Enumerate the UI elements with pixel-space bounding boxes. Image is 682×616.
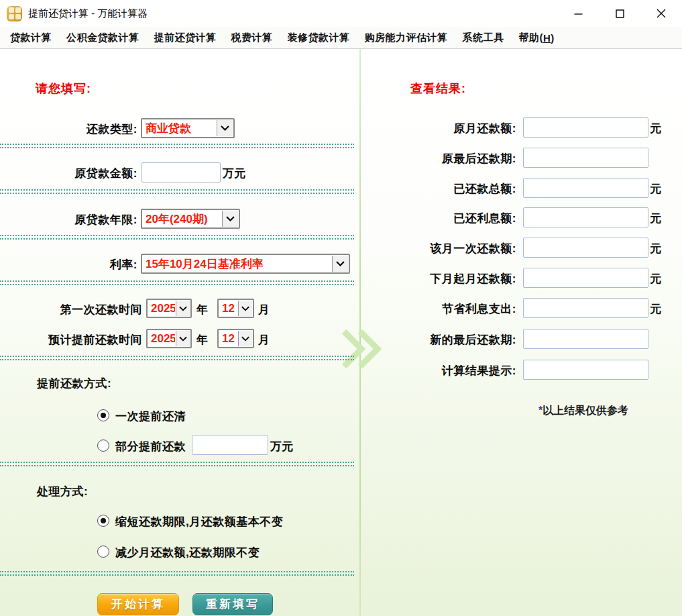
result-label: 已还款总额: bbox=[372, 181, 516, 197]
prepay-year-value: 2025 bbox=[148, 330, 175, 347]
titlebar: 提前还贷计算 - 万能计算器 bbox=[0, 0, 682, 27]
radio-full-prepay[interactable] bbox=[97, 409, 109, 421]
orig-amount-label: 原贷款金额: bbox=[0, 166, 137, 181]
window-title: 提前还贷计算 - 万能计算器 bbox=[28, 7, 148, 20]
chevron-down-icon[interactable] bbox=[222, 211, 238, 227]
unit-label: 元 bbox=[650, 301, 661, 317]
process-mode-label: 处理方式: bbox=[37, 484, 88, 499]
app-icon bbox=[7, 6, 22, 21]
orig-amount-unit: 万元 bbox=[223, 166, 245, 181]
dotted-divider bbox=[0, 280, 354, 285]
prepay-month-select[interactable]: 12 bbox=[217, 329, 254, 348]
result-input-next-monthly[interactable] bbox=[523, 268, 648, 288]
unit-label: 元 bbox=[650, 241, 661, 256]
chevron-down-icon[interactable] bbox=[332, 256, 348, 272]
repay-type-label: 还款类型: bbox=[0, 121, 137, 137]
result-label: 下月起月还款额: bbox=[372, 271, 516, 287]
content-area: 请您填写: 还款类型: 商业贷款 原贷款金额: 万元 原贷款年限: 20年(24… bbox=[0, 49, 682, 616]
menu-item-affordability-calc[interactable]: 购房能力评估计算 bbox=[357, 27, 455, 48]
orig-years-value: 20年(240期) bbox=[142, 210, 221, 227]
rate-select[interactable]: 15年10月24日基准利率 bbox=[141, 254, 350, 274]
radio-full-prepay-label: 一次提前还清 bbox=[115, 409, 186, 424]
repay-type-value: 商业贷款 bbox=[142, 119, 216, 137]
results-section-title: 查看结果: bbox=[410, 81, 466, 97]
dotted-divider bbox=[0, 144, 354, 148]
radio-shorten-term-label: 缩短还款期限,月还款额基本不变 bbox=[115, 514, 283, 529]
chevron-down-icon[interactable] bbox=[176, 331, 190, 346]
repay-type-select[interactable]: 商业贷款 bbox=[141, 118, 235, 138]
result-label: 原月还款额: bbox=[372, 121, 516, 136]
radio-reduce-monthly[interactable] bbox=[97, 546, 109, 558]
month-unit: 月 bbox=[258, 332, 270, 348]
calculate-button[interactable]: 开始计算 bbox=[97, 593, 179, 615]
form-section-title: 请您填写: bbox=[36, 81, 91, 97]
unit-label: 元 bbox=[650, 211, 661, 226]
menu-item-help[interactable]: 帮助(H) bbox=[512, 27, 562, 48]
result-input-new-last-period[interactable] bbox=[523, 329, 648, 349]
partial-prepay-unit: 万元 bbox=[270, 439, 293, 454]
result-input-orig-monthly[interactable] bbox=[523, 117, 648, 138]
prepay-month-value: 12 bbox=[219, 330, 237, 347]
unit-label: 元 bbox=[650, 181, 661, 197]
chevron-down-icon[interactable] bbox=[238, 331, 252, 346]
orig-years-label: 原贷款年限: bbox=[0, 212, 137, 227]
dotted-divider bbox=[0, 571, 354, 576]
menu-item-tax-calc[interactable]: 税费计算 bbox=[224, 27, 280, 48]
orig-amount-input[interactable] bbox=[141, 162, 221, 183]
orig-years-select[interactable]: 20年(240期) bbox=[141, 209, 240, 229]
chevron-down-icon[interactable] bbox=[176, 301, 190, 316]
prepay-time-label: 预计提前还款时间 bbox=[0, 332, 142, 348]
minimize-button[interactable] bbox=[557, 0, 599, 27]
prepay-year-select[interactable]: 2025 bbox=[146, 329, 192, 348]
radio-partial-prepay-label: 部分提前还款 bbox=[115, 439, 186, 454]
radio-partial-prepay[interactable] bbox=[97, 440, 109, 452]
maximize-button[interactable] bbox=[599, 0, 640, 27]
radio-reduce-monthly-label: 减少月还款额,还款期限不变 bbox=[115, 545, 260, 560]
menu-item-prepay-calc[interactable]: 提前还贷计算 bbox=[147, 27, 224, 48]
first-pay-label: 第一次还款时间 bbox=[0, 302, 142, 317]
result-label: 计算结果提示: bbox=[372, 363, 516, 378]
rate-value: 15年10月24日基准利率 bbox=[142, 255, 331, 272]
result-label: 新的最后还款期: bbox=[372, 332, 516, 348]
unit-label: 元 bbox=[650, 121, 661, 136]
result-input-interest-saved[interactable] bbox=[523, 298, 648, 318]
chevron-down-icon[interactable] bbox=[217, 120, 233, 136]
chevron-down-icon[interactable] bbox=[238, 301, 252, 316]
first-pay-year-select[interactable]: 2025 bbox=[146, 299, 192, 318]
first-pay-month-select[interactable]: 12 bbox=[217, 299, 254, 318]
partial-prepay-amount-input[interactable] bbox=[192, 435, 268, 455]
year-unit: 年 bbox=[196, 302, 208, 317]
dotted-divider bbox=[0, 189, 354, 194]
radio-shorten-term[interactable] bbox=[97, 515, 109, 527]
app-window: 提前还贷计算 - 万能计算器 贷款计算 公积金贷款计算 提前还贷计算 税费计算 … bbox=[0, 0, 682, 616]
menubar: 贷款计算 公积金贷款计算 提前还贷计算 税费计算 装修贷款计算 购房能力评估计算… bbox=[0, 27, 682, 49]
unit-label: 元 bbox=[650, 271, 661, 287]
month-unit: 月 bbox=[258, 302, 270, 317]
result-input-interest-repaid[interactable] bbox=[523, 207, 648, 227]
prepay-mode-label: 提前还款方式: bbox=[37, 376, 111, 391]
close-button[interactable] bbox=[640, 0, 682, 27]
menu-item-renovation-loan-calc[interactable]: 装修贷款计算 bbox=[280, 27, 357, 48]
result-label: 原最后还款期: bbox=[372, 151, 516, 166]
results-disclaimer: *以上结果仅供参考 bbox=[516, 404, 650, 418]
result-input-month-onetime[interactable] bbox=[523, 238, 648, 258]
result-input-orig-last-period[interactable] bbox=[523, 148, 648, 168]
result-input-total-repaid[interactable] bbox=[523, 178, 648, 198]
menu-item-system-tools[interactable]: 系统工具 bbox=[455, 27, 512, 48]
minimize-icon bbox=[574, 9, 583, 18]
result-label: 该月一次还款额: bbox=[372, 241, 516, 256]
result-label: 已还利息额: bbox=[372, 211, 516, 226]
rate-label: 利率: bbox=[0, 257, 137, 272]
first-pay-year-value: 2025 bbox=[148, 300, 175, 317]
result-input-result-hint[interactable] bbox=[523, 360, 648, 380]
dotted-divider bbox=[0, 462, 354, 466]
dotted-divider bbox=[0, 356, 354, 360]
reset-button[interactable]: 重新填写 bbox=[192, 593, 273, 615]
maximize-icon bbox=[616, 9, 624, 18]
close-icon bbox=[657, 9, 666, 18]
menu-item-fund-loan-calc[interactable]: 公积金贷款计算 bbox=[59, 27, 147, 48]
first-pay-month-value: 12 bbox=[219, 300, 237, 317]
dotted-divider bbox=[0, 235, 354, 240]
menu-item-loan-calc[interactable]: 贷款计算 bbox=[3, 27, 59, 48]
year-unit: 年 bbox=[196, 332, 208, 348]
